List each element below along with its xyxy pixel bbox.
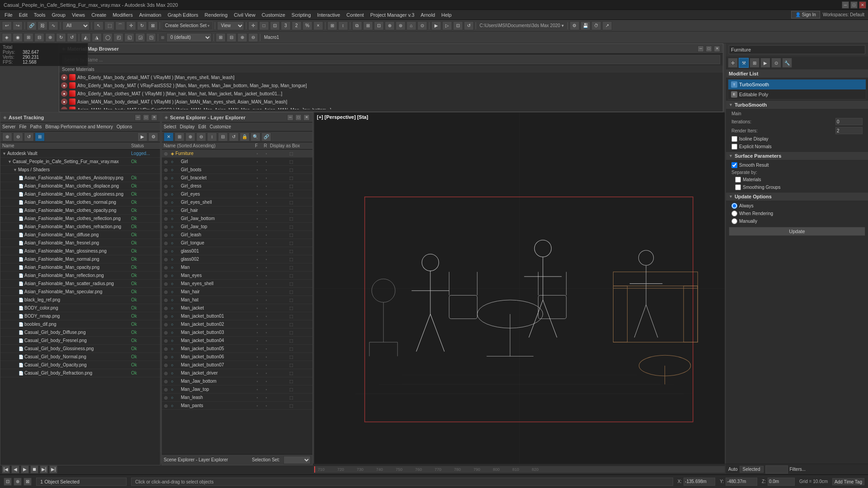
se-tb-del[interactable]: ⊖ — [196, 132, 206, 141]
ts-render-iters-input[interactable] — [835, 127, 863, 134]
tb2-10[interactable]: ◯ — [103, 33, 113, 42]
asset-tree-item-17[interactable]: 📄 Asian_Fashionable_Man_specular.png Ok — [0, 288, 160, 296]
tb2-2[interactable]: ◉ — [13, 33, 23, 42]
se-tb-link[interactable]: 🔗 — [261, 132, 271, 141]
asset-restore-btn[interactable]: □ — [143, 114, 149, 121]
menu-file[interactable]: File — [2, 12, 15, 18]
y-input[interactable] — [726, 478, 757, 486]
mat-item-2[interactable]: ● Afro_Ederly_Man_body_MAT ( VRayFastSSS… — [59, 81, 723, 89]
se-tb-close[interactable]: ✕ — [164, 132, 174, 141]
asset-tree-item-14[interactable]: 📄 Asian_Fashionable_Man_opacity.png Ok — [0, 263, 160, 272]
add-time-tag-btn[interactable]: Add Time Tag — [832, 478, 864, 485]
tb-btn-4[interactable]: 3 — [281, 21, 291, 30]
tb-render-iterative[interactable]: ↺ — [464, 21, 474, 30]
menu-civil-view[interactable]: Civil View — [231, 12, 258, 18]
tb-array[interactable]: ⧉ — [352, 21, 362, 30]
asset-tree-item-15[interactable]: 📄 Asian_Fashionable_Man_reflection.png O… — [0, 272, 160, 280]
tb-path-config[interactable]: ⚙ — [570, 21, 580, 30]
asset-menu-server[interactable]: Server — [2, 124, 15, 129]
asset-tree-item-21[interactable]: 📄 boobles_dif.png Ok — [0, 320, 160, 328]
menu-edit[interactable]: Edit — [16, 12, 30, 18]
asset-tree-item-25[interactable]: 📄 Casual_Girl_body_Normal.png Ok — [0, 353, 160, 361]
tb-snap-obj[interactable]: ⊕ — [385, 21, 395, 30]
menu-interactive[interactable]: Interactive — [315, 12, 343, 18]
tb-mirror[interactable]: ↕ — [338, 21, 348, 30]
asset-tree-item-26[interactable]: 📄 Casual_Girl_body_Opacity.png Ok — [0, 361, 160, 369]
explorer-item-1[interactable]: ◎ ○ Girl ◦ ◦ ⬚ — [162, 158, 312, 166]
explorer-item-9[interactable]: ◎ ○ Girl_Jaw_top ◦ ◦ ⬚ — [162, 223, 312, 231]
explorer-item-11[interactable]: ◎ ○ Girl_tongue ◦ ◦ ⬚ — [162, 239, 312, 247]
explorer-item-26[interactable]: ◎ ○ Man_jacket_button07 ◦ ◦ ⬚ — [162, 361, 312, 369]
link-button[interactable]: 🔗 — [27, 21, 37, 30]
timeline[interactable]: 710 720 730 740 750 760 770 780 790 800 … — [314, 464, 725, 474]
anim-stop[interactable]: ⏹ — [30, 465, 38, 474]
tb2-layer-2[interactable]: ⊟ — [226, 33, 236, 42]
explorer-item-29[interactable]: ◎ ○ Man_Jaw_top ◦ ◦ ⬚ — [162, 385, 312, 394]
se-tb-move[interactable]: ↕ — [207, 132, 217, 141]
unlink-button[interactable]: ⛓ — [38, 21, 47, 30]
tb2-3[interactable]: ⊞ — [24, 33, 33, 42]
menu-animation[interactable]: Animation — [137, 12, 164, 18]
explorer-item-28[interactable]: ◎ ○ Man_Jaw_bottom ◦ ◦ ⬚ — [162, 377, 312, 385]
tb-btn-6[interactable]: % — [302, 21, 312, 30]
se-menu-display[interactable]: Display — [180, 124, 195, 129]
asset-tree-item-3[interactable]: 📄 Asian_Fashionable_Man_clothes_Anisotro… — [0, 174, 160, 182]
sb-icon-3[interactable]: ⊠ — [24, 478, 32, 486]
se-tb-filter[interactable]: ⊟ — [218, 132, 228, 141]
close-button[interactable]: ✕ — [859, 1, 866, 9]
create-selection-set[interactable]: Create Selection Set ▾ — [162, 21, 213, 30]
surface-params-header[interactable]: ▼ Surface Parameters — [726, 151, 868, 160]
asset-tree-item-7[interactable]: 📄 Asian_Fashionable_Man_clothes_opacity.… — [0, 206, 160, 215]
explorer-item-0[interactable]: ◎ ◈ Furniture ◦ ◦ ⬚ — [162, 150, 312, 158]
tb-align[interactable]: ⊞ — [327, 21, 337, 30]
modifier-turbosmooth[interactable]: T TurboSmooth — [728, 80, 866, 89]
asset-menu-bitmap[interactable]: Bitmap Performance and Memory — [45, 124, 113, 129]
mat-item-4[interactable]: ● Asian_MAN_Man_body_detail_MAT ( VRayMt… — [59, 98, 723, 106]
menu-graph-editors[interactable]: Graph Editors — [165, 12, 201, 18]
asset-tree-item-8[interactable]: 📄 Asian_Fashionable_Man_clothes_reflecti… — [0, 215, 160, 223]
asset-tree-item-5[interactable]: 📄 Asian_Fashionable_Man_clothes_glossine… — [0, 190, 160, 198]
panel-icon-modify[interactable]: ⚒ — [739, 58, 749, 68]
mat-close-btn[interactable]: ✕ — [714, 46, 720, 52]
explorer-item-25[interactable]: ◎ ○ Man_jacket_button06 ◦ ◦ ⬚ — [162, 353, 312, 361]
asset-tb-4[interactable]: ⊞ — [35, 132, 45, 141]
se-menu-customize[interactable]: Customize — [210, 124, 231, 129]
restore-button[interactable]: □ — [850, 1, 858, 9]
anim-last-frame[interactable]: ▶| — [49, 465, 57, 474]
explorer-item-20[interactable]: ◎ ○ Man_jacket_button01 ◦ ◦ ⬚ — [162, 312, 312, 320]
panel-icon-motion[interactable]: ▶ — [760, 58, 770, 68]
rotate-button[interactable]: ↻ — [137, 21, 147, 30]
asset-menu-options[interactable]: Options — [117, 124, 132, 129]
tb2-11[interactable]: ◰ — [113, 33, 123, 42]
mat-item-5[interactable]: ● Asian_MAN_Man_body_MAT ( VRayFastSSS2 … — [59, 106, 723, 109]
tb2-5[interactable]: ⊕ — [45, 33, 55, 42]
menu-content[interactable]: Content — [344, 12, 367, 18]
x-input[interactable] — [684, 478, 715, 486]
menu-create[interactable]: Create — [89, 12, 109, 18]
scale-button[interactable]: ⊠ — [148, 21, 158, 30]
menu-customize[interactable]: Customize — [259, 12, 288, 18]
redo-button[interactable]: ↪ — [13, 21, 23, 30]
sign-in-button[interactable]: 👤 Sign In — [791, 11, 820, 19]
explorer-item-15[interactable]: ◎ ○ Man_eyes ◦ ◦ ⬚ — [162, 272, 312, 280]
tb-save[interactable]: 💾 — [580, 21, 590, 30]
sp-smooth-checkbox[interactable] — [731, 162, 737, 168]
se-menu-select[interactable]: Select — [164, 124, 176, 129]
tb-btn-7[interactable]: × — [313, 21, 323, 30]
explorer-item-8[interactable]: ◎ ○ Girl_Jaw_bottom ◦ ◦ ⬚ — [162, 215, 312, 223]
asset-tree-item-2[interactable]: ▼ Maps / Shaders — [0, 166, 160, 174]
update-options-header[interactable]: ▼ Update Options — [726, 192, 868, 201]
explorer-item-30[interactable]: ◎ ○ Man_leash ◦ ◦ ⬚ — [162, 394, 312, 402]
object-name-input[interactable] — [729, 45, 865, 54]
explorer-item-4[interactable]: ◎ ○ Girl_dress ◦ ◦ ⬚ — [162, 182, 312, 190]
explorer-item-12[interactable]: ◎ ○ glass001 ◦ ◦ ⬚ — [162, 247, 312, 255]
tb-isolate[interactable]: ⊙ — [417, 21, 427, 30]
tb-btn-3[interactable]: ⊡ — [270, 21, 280, 30]
asset-menu-paths[interactable]: Paths — [30, 124, 42, 129]
explorer-item-14[interactable]: ◎ ○ Man ◦ ◦ ⬚ — [162, 263, 312, 272]
select-lasso[interactable]: ⌒ — [115, 21, 125, 30]
panel-icon-utilities[interactable]: 🔧 — [782, 58, 792, 68]
se-tb-lock[interactable]: 🔒 — [240, 132, 250, 141]
asset-tb-6[interactable]: ⚙ — [148, 132, 158, 141]
asset-tree-item-22[interactable]: 📄 Casual_Girl_body_Diffuse.png Ok — [0, 328, 160, 337]
